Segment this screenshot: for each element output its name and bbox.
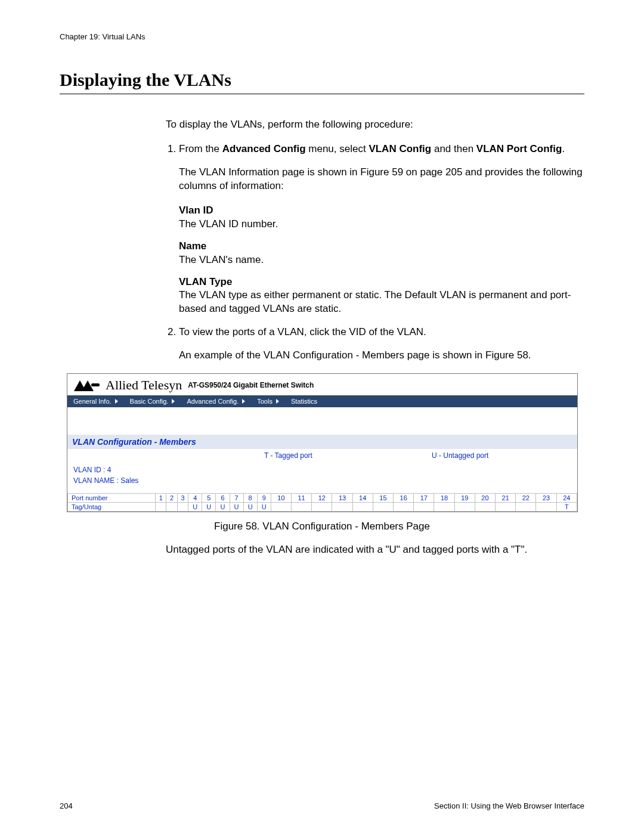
port-cell: 12 [312,494,332,503]
def-vlan-type: VLAN Type The VLAN type as either perman… [179,275,584,317]
tag-cell [166,503,177,512]
menu-tools[interactable]: Tools [251,395,285,407]
step2-text: To view the ports of a VLAN, click the V… [179,326,426,337]
port-cell: 21 [496,494,516,503]
vlan-id-label: VLAN ID : 4 [73,465,571,475]
chevron-right-icon [242,399,245,404]
figure-logo-row: Allied Telesyn AT-GS950/24 Gigabit Ether… [67,374,577,395]
allied-telesyn-logo-icon [73,379,101,392]
port-cell: 18 [434,494,454,503]
menu-label: Basic Config. [130,398,169,405]
row-label-tag-untag: Tag/Untag [68,503,156,512]
menu-label: General Info. [73,398,112,405]
port-cell: 3 [177,494,188,503]
section-label: Section II: Using the Web Browser Interf… [434,801,584,810]
port-cell: 4 [188,494,202,503]
menu-label: Statistics [291,398,317,405]
menu-label: Advanced Config. [187,398,239,405]
legend-tagged: T - Tagged port [264,451,312,460]
tag-cell [156,503,166,512]
tag-cell: U [202,503,216,512]
port-table: Port number 1 2 3 4 5 6 7 8 9 10 11 12 1… [67,493,577,512]
tag-cell [292,503,312,512]
port-cell: 20 [475,494,495,503]
chapter-header: Chapter 19: Virtual LANs [60,32,584,41]
port-cell: 19 [454,494,475,503]
def-name: Name The VLAN's name. [179,240,584,267]
tag-untag-row: Tag/Untag U U U U U U [68,503,577,512]
def-term-vlan-id: Vlan ID [179,204,584,218]
tag-cell [332,503,352,512]
step1-text-e: and then [431,143,476,154]
intro-text: To display the VLANs, perform the follow… [166,118,584,132]
def-desc-vlan-id: The VLAN ID number. [179,218,584,231]
port-cell: 15 [373,494,393,503]
tag-cell [434,503,454,512]
step1-bold-advanced-config: Advanced Config [222,143,306,154]
menu-label: Tools [257,398,273,405]
def-term-vlan-type: VLAN Type [179,275,584,289]
step1-bold-vlan-port-config: VLAN Port Config [476,143,562,154]
port-cell: 13 [332,494,352,503]
tag-cell [312,503,332,512]
panel-title-bar: VLAN Configuration - Members [67,435,577,449]
port-cell: 10 [271,494,291,503]
port-cell: 23 [536,494,556,503]
tag-cell [394,503,414,512]
chevron-right-icon [276,399,279,404]
tag-cell: U [230,503,243,512]
port-cell: 5 [202,494,216,503]
port-cell: 14 [352,494,373,503]
port-number-row: Port number 1 2 3 4 5 6 7 8 9 10 11 12 1… [68,494,577,503]
page-title: Displaying the VLANs [60,70,584,90]
tag-cell [516,503,536,512]
model-text: AT-GS950/24 Gigabit Ethernet Switch [188,381,314,389]
figure-caption: Figure 58. VLAN Configuration - Members … [60,521,584,532]
port-cell: 1 [156,494,166,503]
port-cell: 17 [414,494,434,503]
tag-cell: U [257,503,271,512]
procedure-list: From the Advanced Config menu, select VL… [166,143,584,363]
tag-cell [536,503,556,512]
tag-cell: U [188,503,202,512]
step1-text-a: From the [179,143,222,154]
step1-paragraph: The VLAN Information page is shown in Fi… [179,166,584,193]
page-footer: 204 Section II: Using the Web Browser In… [60,801,584,810]
tag-cell: T [556,503,577,512]
menu-basic-config[interactable]: Basic Config. [124,395,181,407]
port-cell: 8 [243,494,257,503]
vlan-name-label: VLAN NAME : Sales [73,475,571,486]
def-desc-name: The VLAN's name. [179,253,584,267]
tag-cell [475,503,495,512]
def-desc-vlan-type: The VLAN type as either permanent or sta… [179,289,584,316]
tag-cell [352,503,373,512]
port-cell: 7 [230,494,243,503]
step1-text-g: . [562,143,565,154]
port-cell: 9 [257,494,271,503]
menu-general-info[interactable]: General Info. [67,395,124,407]
legend-untagged: U - Untagged port [432,451,488,460]
tag-cell [177,503,188,512]
menu-statistics[interactable]: Statistics [285,395,323,407]
step2-paragraph: An example of the VLAN Configuration - M… [179,349,584,363]
port-cell: 24 [556,494,577,503]
chevron-right-icon [115,399,118,404]
step-2: To view the ports of a VLAN, click the V… [179,326,584,363]
port-cell: 11 [292,494,312,503]
port-cell: 2 [166,494,177,503]
svg-rect-2 [91,383,100,386]
step1-bold-vlan-config: VLAN Config [369,143,431,154]
legend-row: T - Tagged port U - Untagged port [67,449,577,462]
tag-cell: U [243,503,257,512]
tag-cell [373,503,393,512]
tag-cell [414,503,434,512]
step1-text-c: menu, select [306,143,369,154]
tag-cell [496,503,516,512]
def-vlan-id: Vlan ID The VLAN ID number. [179,204,584,231]
figure-menubar: General Info. Basic Config. Advanced Con… [67,395,577,407]
figure-58: Allied Telesyn AT-GS950/24 Gigabit Ether… [67,373,578,512]
menu-advanced-config[interactable]: Advanced Config. [181,395,251,407]
closing-content: Untagged ports of the VLAN are indicated… [166,543,584,557]
main-content: To display the VLANs, perform the follow… [166,118,584,363]
tag-cell: U [216,503,230,512]
